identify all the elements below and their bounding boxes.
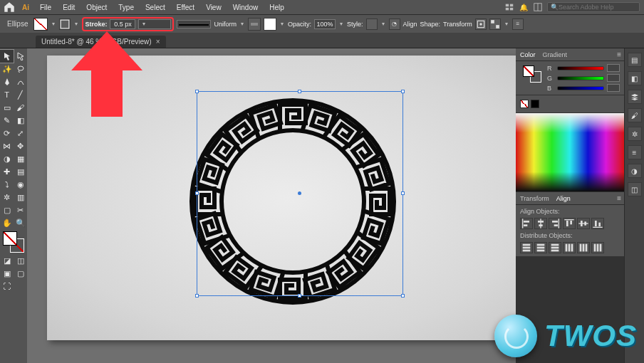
- hand-tool[interactable]: ✋: [0, 216, 14, 229]
- selection-tool[interactable]: [0, 50, 14, 63]
- document-tab-close-icon[interactable]: ×: [156, 38, 160, 46]
- profile-chevron-icon[interactable]: ▾: [239, 21, 245, 27]
- tab-align[interactable]: Align: [556, 195, 571, 202]
- perspective-tool[interactable]: ▦: [14, 152, 27, 165]
- dist-top-icon[interactable]: [520, 242, 533, 253]
- curvature-tool[interactable]: [14, 75, 27, 88]
- menu-view[interactable]: View: [202, 4, 226, 11]
- eraser-tool[interactable]: ◧: [14, 114, 27, 127]
- mesh-tool[interactable]: ✚: [0, 165, 14, 178]
- arrange-docs-icon[interactable]: [533, 2, 543, 12]
- slider-g[interactable]: [557, 76, 604, 80]
- panel-menu-icon[interactable]: ≡: [617, 51, 621, 58]
- brush-chevron-icon[interactable]: ▾: [279, 21, 285, 27]
- menu-file[interactable]: File: [36, 4, 56, 11]
- selection-bounding-box[interactable]: [197, 91, 403, 296]
- graphic-styles-icon[interactable]: ◫: [628, 182, 642, 196]
- shape-label2[interactable]: Shape:: [420, 21, 441, 28]
- fill-indicator[interactable]: [3, 231, 17, 246]
- graphic-style-swatch[interactable]: [366, 19, 378, 30]
- pen-tool[interactable]: [0, 75, 14, 88]
- paintbrush-tool[interactable]: 🖌: [14, 101, 27, 114]
- rectangle-tool[interactable]: ▭: [0, 101, 14, 114]
- screen-mode-icon[interactable]: ⛶: [0, 280, 14, 293]
- eyedropper-tool[interactable]: ⤵: [0, 178, 14, 191]
- tab-gradient[interactable]: Gradient: [543, 51, 568, 58]
- align-bottom-icon[interactable]: [591, 218, 604, 229]
- blend-tool[interactable]: ◉: [14, 178, 27, 191]
- home-icon[interactable]: [3, 1, 16, 14]
- fill-swatch-chevron-icon[interactable]: ▾: [51, 21, 56, 27]
- dist-left-icon[interactable]: [563, 242, 576, 253]
- free-transform-tool[interactable]: ✥: [14, 140, 27, 152]
- symbols-icon[interactable]: ✲: [628, 127, 642, 141]
- column-graph-tool[interactable]: ▥: [14, 191, 27, 204]
- dist-right-icon[interactable]: [591, 242, 604, 253]
- menu-type[interactable]: Type: [114, 4, 138, 11]
- menu-edit[interactable]: Edit: [58, 4, 79, 11]
- stroke-weight-dropdown[interactable]: ▾: [138, 19, 171, 29]
- align-right-icon[interactable]: [549, 218, 561, 229]
- align-left-icon[interactable]: [520, 218, 533, 229]
- width-tool[interactable]: ⋈: [0, 140, 14, 152]
- menu-object[interactable]: Object: [82, 4, 111, 11]
- brush-definition[interactable]: [248, 18, 261, 31]
- appearance-icon[interactable]: ◑: [628, 164, 642, 178]
- slider-r[interactable]: [557, 66, 604, 70]
- menu-help[interactable]: Help: [265, 4, 289, 11]
- slider-b[interactable]: [557, 86, 604, 90]
- slider-b-value[interactable]: [607, 84, 620, 92]
- properties-icon[interactable]: ◧: [628, 71, 642, 85]
- recolor-artwork-icon[interactable]: ◔: [389, 19, 400, 30]
- edit-contents-icon[interactable]: [489, 19, 501, 30]
- align-label[interactable]: Align: [403, 21, 417, 28]
- line-segment-tool[interactable]: ╱: [14, 88, 27, 101]
- dist-bottom-icon[interactable]: [549, 242, 561, 253]
- opacity-field[interactable]: 100%: [314, 19, 336, 29]
- slider-g-value[interactable]: [607, 74, 620, 82]
- isolate-object-icon[interactable]: [475, 19, 487, 30]
- scale-tool[interactable]: ⤢: [14, 127, 27, 140]
- symbol-sprayer-tool[interactable]: ✲: [0, 191, 14, 204]
- type-tool[interactable]: T: [0, 88, 14, 101]
- fill-stroke-indicator[interactable]: [3, 231, 24, 253]
- tab-color[interactable]: Color: [520, 51, 536, 58]
- panel-menu-icon[interactable]: ≡: [617, 194, 621, 202]
- dist-vcenter-icon[interactable]: [534, 242, 547, 253]
- align-hcenter-icon[interactable]: [534, 218, 547, 229]
- help-search[interactable]: 🔍: [547, 2, 640, 12]
- shape-builder-tool[interactable]: ◑: [0, 152, 14, 165]
- zoom-tool[interactable]: 🔍: [14, 216, 27, 229]
- fill-swatch[interactable]: [33, 18, 48, 31]
- stroke-swatch[interactable]: [59, 19, 71, 30]
- slice-tool[interactable]: ✂: [14, 204, 27, 216]
- transform-label[interactable]: Transform: [443, 21, 472, 28]
- swatch-none[interactable]: [520, 100, 529, 108]
- color-mode-icon[interactable]: ◪: [0, 254, 14, 267]
- style-chevron-icon[interactable]: ▾: [380, 21, 386, 27]
- color-spectrum[interactable]: [516, 113, 624, 191]
- rotate-tool[interactable]: ⟳: [0, 127, 14, 140]
- opacity-chevron-icon[interactable]: ▾: [338, 21, 344, 27]
- slider-r-value[interactable]: [607, 64, 620, 72]
- control-extra-icon[interactable]: ≡: [512, 19, 524, 30]
- brushes-icon[interactable]: 🖌: [628, 108, 642, 122]
- artboard-tool[interactable]: ▢: [0, 204, 14, 216]
- align-top-icon[interactable]: [563, 218, 576, 229]
- menu-window[interactable]: Window: [229, 4, 263, 11]
- draw-mode-normal-icon[interactable]: ▣: [0, 267, 14, 280]
- notifications-icon[interactable]: 🔔: [519, 2, 529, 12]
- help-search-input[interactable]: [559, 4, 636, 11]
- gradient-tool[interactable]: ▤: [14, 165, 27, 178]
- pencil-tool[interactable]: ✎: [0, 114, 14, 127]
- lasso-tool[interactable]: [14, 63, 27, 75]
- gradient-mode-icon[interactable]: ◫: [14, 254, 27, 267]
- magic-wand-tool[interactable]: ✨: [0, 63, 14, 75]
- variable-width-profile[interactable]: [177, 20, 211, 28]
- workspace-switcher-icon[interactable]: [504, 2, 514, 12]
- stroke-swatch-chevron-icon[interactable]: ▾: [73, 21, 79, 27]
- stroke-panel-icon[interactable]: ≡: [628, 145, 642, 159]
- tab-transform[interactable]: Transform: [520, 195, 549, 202]
- panel-fill-stroke[interactable]: [523, 65, 541, 83]
- direct-selection-tool[interactable]: [14, 50, 27, 63]
